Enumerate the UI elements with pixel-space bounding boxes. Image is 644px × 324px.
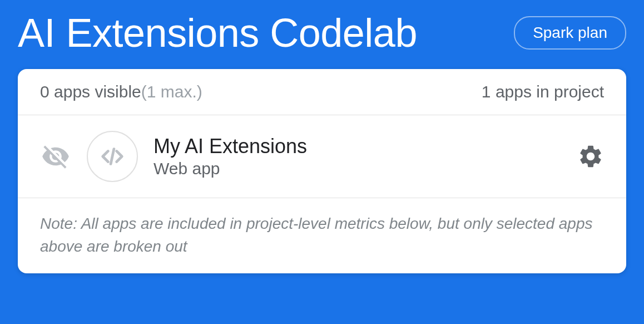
- svg-line-0: [111, 149, 114, 164]
- app-type: Web app: [153, 159, 577, 178]
- project-title: AI Extensions Codelab: [18, 10, 417, 56]
- apps-visible-max: (1 max.): [141, 82, 202, 101]
- visibility-off-icon[interactable]: [40, 141, 71, 172]
- apps-visible-summary: 0 apps visible(1 max.): [40, 82, 202, 101]
- code-icon: [100, 144, 125, 169]
- app-row[interactable]: My AI Extensions Web app: [18, 115, 626, 198]
- note-text: Note: All apps are included in project-l…: [18, 198, 626, 273]
- apps-in-project-count: 1 apps in project: [482, 82, 604, 101]
- card-header: 0 apps visible(1 max.) 1 apps in project: [18, 69, 626, 115]
- plan-label: Spark plan: [533, 24, 607, 41]
- apps-card: 0 apps visible(1 max.) 1 apps in project…: [18, 69, 626, 273]
- web-app-badge: [87, 131, 138, 182]
- page-header: AI Extensions Codelab Spark plan: [0, 0, 644, 69]
- app-name: My AI Extensions: [153, 135, 577, 158]
- app-info: My AI Extensions Web app: [153, 135, 577, 178]
- apps-visible-count: 0 apps visible: [40, 82, 141, 101]
- gear-icon[interactable]: [577, 143, 604, 170]
- plan-chip-button[interactable]: Spark plan: [514, 16, 626, 50]
